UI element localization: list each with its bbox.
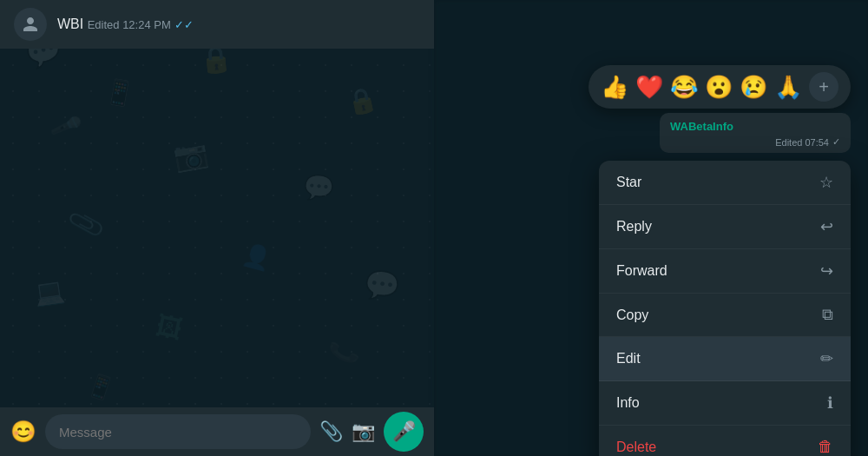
info-icon: ℹ <box>827 393 833 413</box>
reaction-surprised[interactable]: 😮 <box>705 74 733 101</box>
menu-item-delete-label: Delete <box>616 439 656 455</box>
reaction-thumbs-up[interactable]: 👍 <box>601 74 628 101</box>
reaction-cry[interactable]: 😢 <box>740 74 767 101</box>
copy-icon: ⧉ <box>822 306 833 324</box>
mic-button[interactable]: 🎤 <box>384 412 424 452</box>
menu-item-edit[interactable]: Edit ✏ <box>599 337 851 381</box>
menu-item-info-label: Info <box>616 395 640 411</box>
reply-icon: ↩ <box>820 217 833 236</box>
menu-item-reply-label: Reply <box>616 219 652 235</box>
header-info: WBI Edited 12:24 PM ✓✓ <box>57 17 420 32</box>
menu-item-reply[interactable]: Reply ↩ <box>599 205 851 249</box>
chat-name: WBI <box>57 17 83 31</box>
app-container: 💬 📱 🔒 🎤 📷 💬 📎 👤 💻 🖼 📞 💬 🔒 📱 <box>0 0 868 456</box>
floating-message: WABetaInfo Edited 07:54 ✓ <box>660 113 851 153</box>
right-panel: 👍 ❤️ 😂 😮 😢 🙏 + WABetaInfo Edited 07:54 ✓… <box>434 0 868 456</box>
avatar <box>14 8 47 41</box>
menu-item-info[interactable]: Info ℹ <box>599 381 851 426</box>
emoji-button[interactable]: 😊 <box>10 420 36 444</box>
menu-item-copy[interactable]: Copy ⧉ <box>599 294 851 337</box>
reaction-laugh[interactable]: 😂 <box>670 74 698 101</box>
menu-item-edit-label: Edit <box>616 351 641 367</box>
chat-header: WBI Edited 12:24 PM ✓✓ <box>0 0 434 49</box>
reaction-pray[interactable]: 🙏 <box>774 74 802 101</box>
input-bar: 😊 📎 📷 🎤 <box>0 407 434 456</box>
header-check: ✓✓ <box>174 18 194 31</box>
star-icon: ☆ <box>819 173 833 192</box>
attach-button[interactable]: 📎 <box>319 420 343 443</box>
context-menu: Star ☆ Reply ↩ Forward ↪ Copy ⧉ Edit ✏ I… <box>599 161 851 456</box>
menu-item-forward[interactable]: Forward ↪ <box>599 249 851 294</box>
reaction-more-button[interactable]: + <box>809 72 838 102</box>
forward-icon: ↪ <box>820 261 833 281</box>
camera-button[interactable]: 📷 <box>352 420 375 443</box>
message-check: ✓ <box>832 136 840 148</box>
menu-item-star[interactable]: Star ☆ <box>599 161 851 205</box>
message-sender-name: WABetaInfo <box>670 120 840 133</box>
message-meta: Edited 07:54 ✓ <box>670 136 840 148</box>
edit-icon: ✏ <box>820 349 833 368</box>
menu-item-copy-label: Copy <box>616 307 648 323</box>
left-panel: 💬 📱 🔒 🎤 📷 💬 📎 👤 💻 🖼 📞 💬 🔒 📱 <box>0 0 434 456</box>
message-input[interactable] <box>45 414 311 449</box>
mic-icon: 🎤 <box>392 420 416 443</box>
delete-icon: 🗑 <box>818 438 833 456</box>
chat-area <box>0 49 434 407</box>
message-edited: Edited 07:54 <box>775 137 829 148</box>
reaction-bar: 👍 ❤️ 😂 😮 😢 🙏 + <box>589 65 851 109</box>
menu-item-forward-label: Forward <box>616 263 667 279</box>
menu-item-star-label: Star <box>616 175 641 190</box>
plus-icon: + <box>819 77 829 97</box>
menu-item-delete[interactable]: Delete 🗑 <box>599 426 851 456</box>
header-edited-label: Edited 12:24 PM <box>88 18 171 31</box>
reaction-heart[interactable]: ❤️ <box>635 74 663 101</box>
